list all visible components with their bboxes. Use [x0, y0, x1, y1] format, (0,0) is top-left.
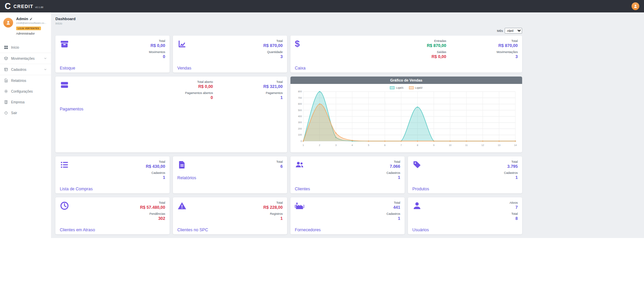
list-icon: [60, 160, 69, 169]
card-title-estoque[interactable]: Estoque: [60, 66, 75, 70]
sidebar-item-label: Início: [11, 46, 19, 49]
card-fornecedores: Total441 Cadastros1 Fornecedores: [290, 197, 405, 234]
stat-value: R$ 870,00: [498, 43, 518, 48]
card-title-vendas[interactable]: Vendas: [177, 66, 191, 70]
page-title: Dashboard: [55, 17, 640, 21]
topbar: C CREDIT v0.1.88: [0, 0, 644, 12]
sales-area-chart: 0100200300400500600700800123456789101112…: [294, 90, 518, 148]
report-icon: [4, 79, 8, 83]
svg-text:5: 5: [368, 144, 369, 146]
sidebar-item-movimentacoes[interactable]: Movimentações: [0, 53, 51, 64]
stat-value: 441: [393, 205, 400, 210]
tag-icon: [412, 160, 422, 169]
card-title-usuarios[interactable]: Usuários: [412, 228, 429, 232]
stat-label: Total: [150, 39, 165, 43]
dollar-icon: $: [295, 39, 300, 48]
sidebar-item-inicio[interactable]: Início: [0, 42, 51, 53]
sidebar-item-configuracoes[interactable]: Configurações: [0, 86, 51, 97]
legend-item-loja01[interactable]: Loja01: [390, 86, 404, 89]
stat-label: Registros: [270, 212, 283, 215]
card-title-clientes-spc[interactable]: Clientes no SPC: [177, 228, 208, 232]
legend-swatch: [409, 86, 414, 89]
card-relatorios: Total6 Relatórios: [173, 156, 287, 193]
card-estoque: TotalR$ 0,00 Movimentos0 Estoque: [55, 36, 170, 72]
sidebar-item-sair[interactable]: Sair: [0, 107, 51, 118]
app-logo: C: [5, 2, 10, 10]
sidebar-item-empresa[interactable]: Empresa: [0, 97, 51, 107]
stat-value: 3.795: [507, 164, 518, 169]
file-icon: [177, 160, 187, 169]
stat-label: Total: [390, 160, 400, 163]
industry-icon: [295, 201, 304, 210]
card-title-lista-compras[interactable]: Lista de Compras: [60, 187, 93, 191]
stat-label: Entradas: [427, 39, 446, 43]
app-brand: CREDIT: [13, 4, 33, 9]
stat-value: R$ 0,00: [150, 43, 165, 48]
stat-label: Total: [393, 201, 400, 204]
stat-label: Total: [140, 201, 165, 204]
svg-text:1: 1: [303, 144, 304, 146]
card-title-produtos[interactable]: Produtos: [412, 187, 429, 191]
stat-value: 7: [509, 205, 518, 210]
svg-text:2: 2: [319, 144, 320, 146]
card-pagamentos: Total abertoR$ 0,00 Pagamentos abertos0 …: [55, 77, 287, 152]
table-icon: [4, 67, 8, 71]
stat-value: R$ 870,00: [427, 43, 446, 48]
chevron-down-icon: [44, 57, 47, 60]
stat-label: Quantidade: [267, 50, 283, 54]
svg-text:6: 6: [384, 144, 385, 146]
cards-icon: [60, 80, 69, 90]
card-title-pagamentos[interactable]: Pagamentos: [60, 107, 83, 111]
stat-value: 1: [151, 175, 165, 180]
stat-value: R$ 228,00: [263, 205, 283, 210]
svg-text:10: 10: [449, 144, 452, 146]
stat-label: Total: [146, 160, 165, 163]
chart-legend: Loja01 Loja02: [294, 86, 518, 89]
stat-label: Total aberto: [197, 80, 213, 84]
svg-text:800: 800: [298, 90, 302, 93]
edit-profile-icon[interactable]: [30, 17, 33, 20]
card-title-clientes-atraso[interactable]: Clientes em Atraso: [60, 228, 95, 232]
card-produtos: Total3.795 Cadastros1 Produtos: [408, 156, 522, 193]
archive-icon: [60, 39, 69, 49]
month-select[interactable]: Abril: [505, 28, 522, 34]
month-filter: Mês Abril: [55, 28, 522, 34]
stat-value: 0: [185, 95, 213, 100]
stat-value: 302: [149, 216, 165, 221]
stat-value: R$ 870,00: [263, 43, 283, 48]
card-title-fornecedores[interactable]: Fornecedores: [295, 228, 321, 232]
stat-label: Pagamentos abertos: [185, 91, 213, 95]
card-title-clientes[interactable]: Clientes: [295, 187, 310, 191]
profile-card: Admin credit@anronsoftware.co... LOJA VE…: [0, 12, 51, 38]
avatar: [3, 18, 13, 28]
sidebar-item-relatorios[interactable]: Relatórios: [0, 75, 51, 86]
stat-value: R$ 57.480,00: [140, 205, 165, 210]
svg-text:200: 200: [298, 128, 302, 130]
stat-label: Total: [498, 39, 518, 43]
svg-text:11: 11: [465, 144, 467, 146]
stat-label: Cadastros: [151, 171, 165, 175]
card-clientes-atraso: TotalR$ 57.480,00 Pendências302 Clientes…: [55, 197, 170, 234]
users-icon: [295, 160, 304, 169]
legend-item-loja02[interactable]: Loja02: [409, 86, 423, 89]
card-title-caixa[interactable]: Caixa: [295, 66, 306, 70]
stat-value: R$ 0,00: [197, 84, 213, 89]
card-clientes: Total7.066 Cadastros1 Clientes: [290, 156, 405, 193]
stat-value: 8: [511, 216, 518, 221]
stat-label: Saídas: [431, 50, 446, 54]
card-title-relatorios[interactable]: Relatórios: [177, 176, 196, 180]
user-icon: [412, 201, 422, 210]
profile-email: credit@anronsoftware.co...: [16, 21, 50, 25]
profile-role: Administrador: [16, 32, 48, 35]
sidebar-item-label: Movimentações: [11, 57, 35, 60]
svg-text:12: 12: [481, 144, 484, 146]
card-sales-chart: Gráfico de Vendas Loja01 Loja02 01002003…: [290, 77, 522, 152]
stat-value: R$ 321,00: [263, 84, 283, 89]
user-avatar-button[interactable]: [632, 2, 639, 10]
chevron-down-icon: [44, 68, 47, 71]
sidebar-item-label: Empresa: [11, 100, 25, 104]
stat-value: 3: [267, 54, 283, 59]
sidebar-item-cadastros[interactable]: Cadastros: [0, 64, 51, 75]
store-badge: LOJA VERTENTES: [16, 27, 41, 30]
stat-value: R$ 0,00: [431, 54, 446, 59]
